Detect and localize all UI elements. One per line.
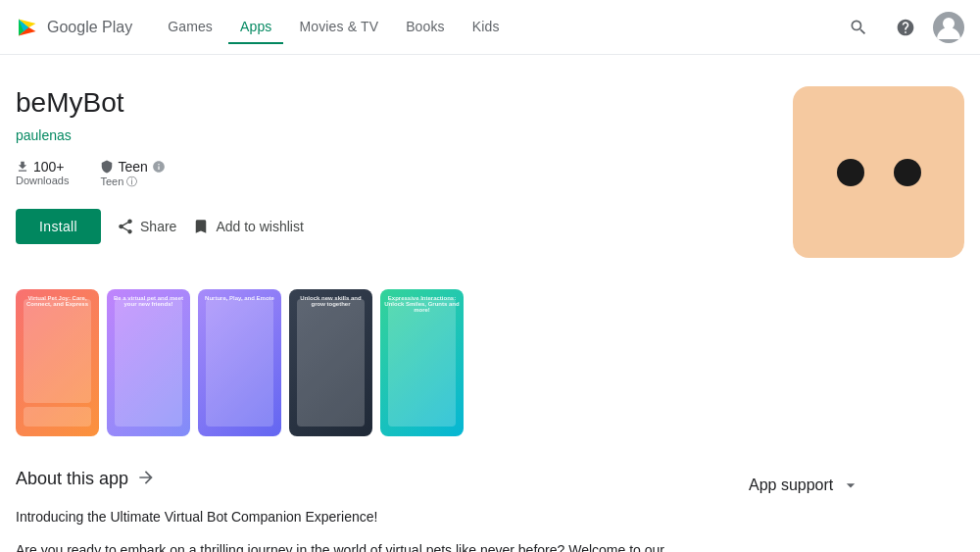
nav-kids[interactable]: Kids <box>461 11 512 44</box>
app-support-label: App support <box>749 477 833 494</box>
help-button[interactable] <box>886 8 925 47</box>
app-author[interactable]: paulenas <box>16 127 761 143</box>
share-icon <box>117 218 134 235</box>
play-logo-icon <box>16 16 39 39</box>
share-label: Share <box>140 219 176 234</box>
chevron-down-icon <box>841 476 860 495</box>
screenshot-3[interactable]: Nurture, Play, and Emote <box>198 289 281 436</box>
info-icon <box>152 160 166 174</box>
bookmark-icon <box>192 218 210 235</box>
downloads-value: 100+ <box>16 159 65 175</box>
about-arrow[interactable] <box>136 468 156 490</box>
app-stats: 100+ Downloads Teen Teen ⓘ <box>16 159 761 189</box>
left-column: About this app Introducing the Ultimate … <box>16 468 702 552</box>
app-actions: Install Share Add to wishlist <box>16 209 761 244</box>
logo-text: Google Play <box>47 19 132 36</box>
about-intro: Introducing the Ultimate Virtual Bot Com… <box>16 506 702 527</box>
google-play-logo[interactable]: Google Play <box>16 16 132 39</box>
content-area: About this app Introducing the Ultimate … <box>16 468 964 552</box>
nav-movies-tv[interactable]: Movies & TV <box>287 11 390 44</box>
app-support[interactable]: App support <box>749 468 964 503</box>
account-button[interactable] <box>933 12 964 43</box>
header: Google Play Games Apps Movies & TV Books… <box>0 0 980 55</box>
header-actions <box>839 8 964 47</box>
screen-content-6 <box>388 299 456 427</box>
screenshot-2-label: Be a virtual pet and meet your new frien… <box>107 295 190 307</box>
screenshots-container: Virtual Pet Joy: Care, Connect, and Expr… <box>16 289 964 436</box>
robot-face <box>837 159 921 186</box>
main-nav: Games Apps Movies & TV Books Kids <box>156 11 839 44</box>
app-icon-container <box>793 86 964 258</box>
screen-content-5 <box>297 299 365 427</box>
app-header: beMyBot paulenas 100+ Downloads <box>16 86 964 258</box>
share-link[interactable]: Share <box>117 218 176 235</box>
screenshot-5-label: Expressive Interactions: Unlock Smiles, … <box>380 295 464 313</box>
main-content: beMyBot paulenas 100+ Downloads <box>0 55 980 552</box>
robot-eye-left <box>837 159 864 186</box>
wishlist-link[interactable]: Add to wishlist <box>192 218 303 235</box>
screenshot-4[interactable]: Unlock new skills and grow together <box>289 289 372 436</box>
screenshot-3-label: Nurture, Play, and Emote <box>198 295 281 301</box>
search-button[interactable] <box>839 8 878 47</box>
screenshot-1-label: Virtual Pet Joy: Care, Connect, and Expr… <box>16 295 99 307</box>
right-column: App support <box>749 468 964 552</box>
rating-label: Teen ⓘ <box>100 175 137 189</box>
screenshot-2[interactable]: Be a virtual pet and meet your new frien… <box>107 289 190 436</box>
downloads-stat: 100+ Downloads <box>16 159 69 186</box>
help-icon <box>896 18 915 37</box>
install-button[interactable]: Install <box>16 209 101 244</box>
content-rating-icon <box>100 160 114 174</box>
app-icon <box>793 86 964 258</box>
account-icon <box>933 12 964 43</box>
screenshot-1[interactable]: Virtual Pet Joy: Care, Connect, and Expr… <box>16 289 99 436</box>
screenshot-5[interactable]: Expressive Interactions: Unlock Smiles, … <box>380 289 464 436</box>
robot-eye-right <box>894 159 921 186</box>
screen-content-1 <box>24 299 91 403</box>
download-icon <box>16 160 29 174</box>
arrow-right-icon <box>136 468 156 487</box>
about-header: About this app <box>16 468 702 490</box>
screen-content-2 <box>24 407 91 427</box>
about-description: Are you ready to embark on a thrilling j… <box>16 539 702 552</box>
wishlist-label: Add to wishlist <box>216 219 303 234</box>
nav-books[interactable]: Books <box>394 11 457 44</box>
rating-value: Teen <box>100 159 165 175</box>
rating-stat: Teen Teen ⓘ <box>100 159 165 189</box>
downloads-label: Downloads <box>16 175 69 186</box>
app-title: beMyBot <box>16 86 761 120</box>
screen-content-3 <box>115 299 182 427</box>
nav-games[interactable]: Games <box>156 11 224 44</box>
screenshots-section: Virtual Pet Joy: Care, Connect, and Expr… <box>16 289 964 436</box>
search-icon <box>849 18 868 37</box>
screen-content-4 <box>206 299 273 427</box>
app-info: beMyBot paulenas 100+ Downloads <box>16 86 761 258</box>
screenshot-4-label: Unlock new skills and grow together <box>289 295 372 307</box>
nav-apps[interactable]: Apps <box>228 11 283 44</box>
about-title: About this app <box>16 469 128 489</box>
